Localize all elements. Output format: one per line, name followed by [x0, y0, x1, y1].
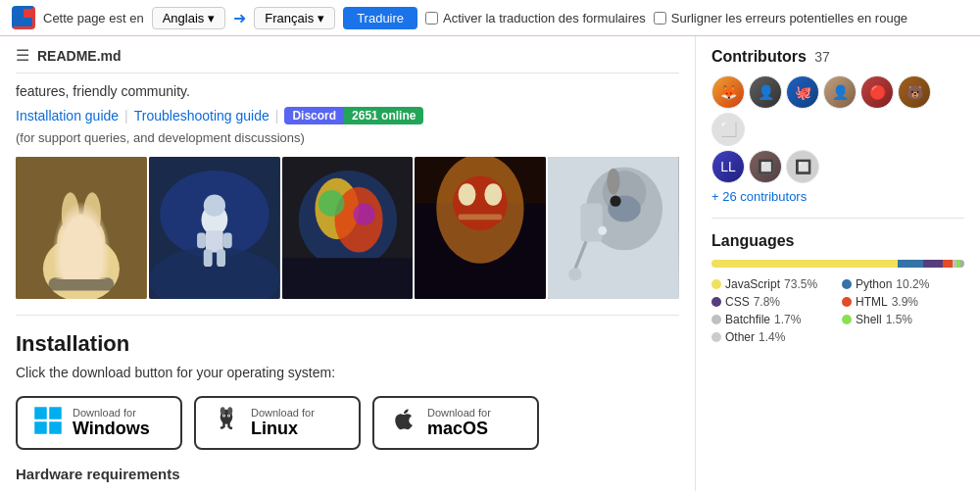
- language-dot: [711, 297, 721, 307]
- language-percentage: 1.5%: [886, 313, 912, 326]
- hamburger-icon[interactable]: ☰: [16, 46, 29, 65]
- language-percentage: 10.2%: [896, 277, 929, 291]
- language-name: Shell: [856, 313, 882, 326]
- languages-heading: Languages: [711, 232, 964, 250]
- contributor-avatar: LL: [711, 150, 745, 183]
- svg-point-8: [71, 239, 79, 248]
- forms-translation-checkbox[interactable]: [425, 12, 438, 25]
- contributor-avatar: 🐻: [898, 75, 931, 109]
- svg-point-40: [607, 169, 619, 195]
- language-dot: [842, 315, 852, 324]
- file-header: ☰ README.md: [16, 36, 679, 74]
- highlight-errors-checkbox[interactable]: [654, 12, 666, 25]
- svg-rect-11: [48, 277, 114, 290]
- separator: |: [124, 108, 128, 124]
- svg-point-10: [74, 248, 87, 257]
- translate-arrow-icon: ➜: [233, 9, 246, 27]
- target-language-button[interactable]: Français ▾: [254, 7, 335, 29]
- svg-rect-20: [223, 233, 232, 249]
- filename-label: README.md: [37, 48, 122, 64]
- language-item: Shell 1.5%: [842, 313, 964, 326]
- language-dot: [711, 279, 721, 289]
- right-panel: Contributors 37 🦊 👤 🐙 👤 🔴 🐻 ⬜ LL 🔲 🔲 + 2…: [696, 36, 980, 491]
- language-name: Other: [725, 330, 755, 344]
- svg-rect-48: [49, 407, 62, 420]
- language-dot: [842, 279, 852, 289]
- right-divider: [711, 218, 964, 219]
- language-item: CSS 7.8%: [711, 295, 834, 309]
- image-gallery: [16, 157, 679, 299]
- contributors-count: 37: [814, 49, 830, 65]
- macos-btn-main: macOS: [427, 419, 491, 439]
- language-percentage: 73.5%: [784, 277, 817, 291]
- language-item: Python 10.2%: [842, 277, 964, 291]
- left-panel: ☰ README.md features, friendly community…: [0, 36, 696, 491]
- gallery-image-5: [548, 157, 679, 299]
- gallery-image-1: [16, 157, 147, 299]
- contributor-avatar: 🐙: [786, 75, 819, 109]
- contributors-row-2: LL 🔲 🔲: [711, 150, 964, 183]
- gallery-image-4: [415, 157, 546, 299]
- section-divider: [16, 315, 679, 316]
- svg-rect-49: [34, 421, 47, 434]
- language-item: Other 1.4%: [711, 330, 834, 344]
- svg-point-7: [83, 192, 101, 236]
- highlight-errors-checkbox-label[interactable]: Surligner les erreurs potentielles en ro…: [654, 11, 907, 25]
- svg-point-44: [611, 196, 621, 207]
- windows-btn-pre: Download for: [73, 407, 150, 419]
- translation-bar: Cette page est en Anglais ▾ ➜ Français ▾…: [0, 0, 980, 36]
- svg-point-6: [62, 192, 79, 236]
- download-buttons: Download for Windows: [16, 396, 679, 450]
- download-macos-button[interactable]: Download for macOS: [372, 396, 539, 450]
- svg-point-46: [568, 268, 581, 280]
- svg-point-35: [485, 183, 503, 205]
- svg-rect-22: [217, 249, 225, 267]
- svg-rect-36: [459, 215, 503, 221]
- linux-btn-main: Linux: [251, 419, 315, 439]
- discord-description: (for support queries, and development di…: [16, 130, 305, 145]
- languages-section: Languages JavaScript 73.5%Python 10.2%CS…: [711, 232, 964, 344]
- svg-point-9: [83, 239, 92, 248]
- language-bar-segment: [943, 260, 953, 268]
- intro-text: features, friendly community.: [16, 83, 679, 99]
- svg-point-33: [453, 176, 508, 231]
- translate-icon: [12, 6, 35, 29]
- language-bar-segment: [898, 260, 923, 268]
- discord-count: 2651 online: [344, 107, 423, 124]
- svg-point-5: [57, 215, 105, 270]
- svg-rect-41: [581, 203, 603, 241]
- contributors-row-1: 🦊 👤 🐙 👤 🔴 🐻 ⬜: [711, 75, 964, 146]
- svg-rect-0: [15, 9, 24, 18]
- contributor-avatar: 👤: [749, 75, 782, 109]
- language-bar: [711, 260, 964, 268]
- download-linux-button[interactable]: Download for Linux: [194, 396, 361, 450]
- contributor-avatar: ⬜: [711, 113, 745, 146]
- gallery-image-3: [282, 157, 414, 299]
- windows-icon: [33, 406, 63, 440]
- svg-rect-29: [282, 258, 414, 299]
- more-contributors-link[interactable]: + 26 contributors: [711, 189, 964, 204]
- installation-guide-link[interactable]: Installation guide: [16, 108, 119, 124]
- linux-icon: [212, 406, 241, 440]
- windows-btn-main: Windows: [73, 419, 150, 439]
- contributor-avatar: 🔴: [860, 75, 894, 109]
- svg-rect-47: [34, 407, 47, 420]
- svg-point-34: [459, 183, 476, 205]
- svg-point-27: [318, 190, 344, 217]
- language-name: HTML: [856, 295, 888, 309]
- language-dot: [711, 315, 721, 324]
- language-item: JavaScript 73.5%: [711, 277, 834, 291]
- download-windows-button[interactable]: Download for Windows: [16, 396, 182, 450]
- main-layout: ☰ README.md features, friendly community…: [0, 36, 980, 491]
- svg-point-17: [204, 194, 225, 216]
- source-language-button[interactable]: Anglais ▾: [152, 7, 226, 29]
- translate-button[interactable]: Traduire: [343, 7, 417, 29]
- language-name: Python: [856, 277, 892, 291]
- linux-btn-pre: Download for: [251, 407, 315, 419]
- forms-translation-checkbox-label[interactable]: Activer la traduction des formulaires: [425, 11, 646, 25]
- apple-icon: [390, 406, 417, 440]
- svg-point-42: [598, 226, 607, 235]
- svg-point-54: [223, 415, 225, 417]
- troubleshooting-guide-link[interactable]: Troubleshooting guide: [134, 108, 270, 124]
- contributors-heading: Contributors 37: [711, 48, 964, 66]
